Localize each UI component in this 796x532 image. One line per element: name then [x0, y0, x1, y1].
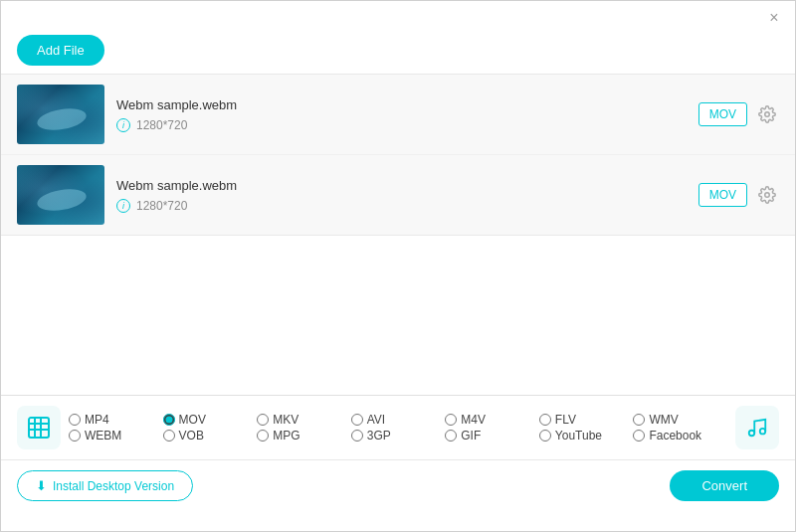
svg-point-7: [749, 431, 755, 437]
format-badge[interactable]: MOV: [698, 183, 747, 207]
info-icon: i: [116, 199, 130, 213]
format-option-mkv[interactable]: MKV: [257, 413, 351, 427]
svg-rect-2: [29, 418, 49, 438]
install-label: Install Desktop Version: [53, 479, 174, 493]
convert-button[interactable]: Convert: [670, 470, 779, 501]
format-bar: MP4 MOV MKV AVI M4V FLV WMV WEBM VOB MPG: [1, 395, 795, 459]
top-bar: Add File: [1, 31, 795, 74]
format-options: MP4 MOV MKV AVI M4V FLV WMV WEBM VOB MPG: [69, 413, 727, 443]
file-actions: MOV: [698, 183, 779, 207]
file-list: Webm sample.webm i 1280*720 MOV Webm sam…: [1, 74, 795, 236]
format-option-gif[interactable]: GIF: [445, 429, 539, 443]
audio-format-button[interactable]: [735, 406, 779, 449]
file-actions: MOV: [698, 102, 779, 126]
svg-point-0: [765, 112, 770, 117]
format-option-avi[interactable]: AVI: [351, 413, 446, 427]
format-option-webm[interactable]: WEBM: [69, 429, 163, 443]
install-button[interactable]: ⬇ Install Desktop Version: [17, 470, 193, 501]
format-option-facebook[interactable]: Facebook: [633, 429, 727, 443]
format-option-mov[interactable]: MOV: [163, 413, 258, 427]
file-item: Webm sample.webm i 1280*720 MOV: [1, 155, 795, 235]
format-option-youtube[interactable]: YouTube: [539, 429, 634, 443]
file-name: Webm sample.webm: [116, 178, 687, 193]
svg-point-1: [765, 193, 770, 198]
file-resolution: 1280*720: [136, 199, 187, 213]
add-file-button[interactable]: Add File: [17, 35, 104, 66]
title-bar: ×: [1, 1, 795, 31]
file-info: Webm sample.webm i 1280*720: [104, 178, 698, 213]
action-bar: ⬇ Install Desktop Version Convert: [1, 459, 795, 511]
file-name: Webm sample.webm: [116, 97, 687, 112]
file-thumbnail: [17, 165, 104, 225]
format-option-mpg[interactable]: MPG: [257, 429, 351, 443]
file-resolution: 1280*720: [136, 118, 187, 132]
format-option-mp4[interactable]: MP4: [69, 413, 163, 427]
format-option-flv[interactable]: FLV: [539, 413, 634, 427]
file-thumbnail: [17, 85, 104, 144]
download-icon: ⬇: [36, 478, 47, 493]
file-meta: i 1280*720: [116, 199, 687, 213]
format-option-3gp[interactable]: 3GP: [351, 429, 446, 443]
format-option-vob[interactable]: VOB: [163, 429, 258, 443]
svg-point-8: [760, 429, 766, 435]
main-content: [1, 236, 795, 395]
video-format-icon-box[interactable]: [17, 406, 61, 449]
settings-button[interactable]: [755, 183, 779, 207]
format-option-m4v[interactable]: M4V: [445, 413, 539, 427]
settings-button[interactable]: [755, 102, 779, 126]
file-meta: i 1280*720: [116, 118, 687, 132]
file-item: Webm sample.webm i 1280*720 MOV: [1, 75, 795, 155]
format-option-wmv[interactable]: WMV: [633, 413, 727, 427]
file-info: Webm sample.webm i 1280*720: [104, 97, 698, 132]
info-icon: i: [116, 118, 130, 132]
format-badge[interactable]: MOV: [698, 102, 747, 126]
close-button[interactable]: ×: [765, 9, 783, 27]
